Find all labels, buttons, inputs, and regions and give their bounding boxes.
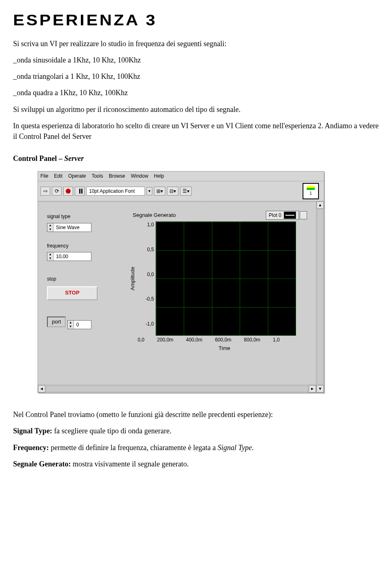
signal-type-control[interactable]: ▲▼ Sine Wave [47, 223, 91, 232]
plot-area[interactable]: Amplitude 1,0 0,5 0,0 -0,5 -1,0 [137, 221, 296, 336]
port-value: 0 [74, 321, 91, 329]
list-item-c: _onda quadra a 1Khz, 10 Khz, 100Khz [13, 87, 379, 98]
x-ticks: 0,0 200,0m 400,0m 600,0m 800,0m 1,0 [138, 337, 280, 343]
vi-icon[interactable]: 1 [303, 183, 319, 199]
horizontal-scrollbar[interactable]: ◄ ► [38, 385, 316, 392]
legend-options-icon[interactable] [300, 211, 307, 219]
menu-tools[interactable]: Tools [91, 173, 103, 180]
menu-file[interactable]: File [40, 173, 48, 180]
port-control[interactable]: ▲▼ 0 [67, 320, 91, 329]
pause-button[interactable] [75, 187, 85, 196]
run-continuous-button[interactable] [52, 187, 62, 196]
plot-canvas [156, 221, 296, 336]
menu-operate[interactable]: Operate [68, 173, 86, 180]
font-dropdown-icon[interactable]: ▼ [147, 187, 152, 195]
menu-help[interactable]: Help [154, 173, 164, 180]
down-arrow-icon[interactable]: ▼ [47, 227, 53, 232]
up-arrow-icon[interactable]: ▲ [47, 223, 53, 227]
scroll-left-icon[interactable]: ◄ [38, 385, 45, 392]
port-label: port [47, 317, 66, 328]
menu-edit[interactable]: Edit [54, 173, 62, 180]
frequency-value: 10,00 [53, 252, 91, 261]
abort-button[interactable] [63, 187, 73, 196]
up-arrow-icon[interactable]: ▲ [47, 252, 53, 256]
frequency-control[interactable]: ▲▼ 10,00 [47, 252, 91, 261]
scroll-down-icon[interactable]: ▼ [316, 385, 324, 392]
down-arrow-icon[interactable]: ▼ [47, 256, 53, 261]
legend-line-icon [284, 212, 296, 219]
y-axis-label: Amplitude [129, 267, 137, 290]
y-ticks: 1,0 0,5 0,0 -0,5 -1,0 [137, 221, 156, 328]
frequency-desc: Frequency: permette di definire la frequ… [13, 442, 379, 453]
scroll-up-icon[interactable]: ▲ [316, 201, 324, 209]
stop-button[interactable]: STOP [47, 286, 98, 300]
stop-label: stop [47, 276, 116, 283]
menubar: File Edit Operate Tools Browse Window He… [38, 172, 324, 181]
plot-title: Segnale Generato [133, 212, 176, 219]
signal-type-desc: Signal Type: fa scegliere quale tipo di … [13, 426, 379, 436]
run-button[interactable] [40, 187, 50, 196]
font-selector[interactable]: 10pt Application Font [86, 187, 145, 196]
distribute-button[interactable]: ⊟▾ [167, 187, 178, 196]
list-item-b: _onda triangolari a 1 Khz, 10 Khz, 100Kh… [13, 71, 379, 82]
vertical-scrollbar[interactable]: ▲ ▼ [316, 201, 324, 392]
plot-legend[interactable]: Plot 0 [266, 211, 299, 220]
cp-description: Nel Control Panel troviamo (ometto le fu… [13, 409, 379, 420]
frequency-label: frequency [47, 243, 116, 250]
intro-text: Si scriva un VI per realizzare lo studio… [13, 38, 379, 49]
menu-window[interactable]: Window [131, 173, 148, 180]
lab-text: In questa esperienza di laboratorio ho s… [13, 120, 379, 142]
align-button[interactable]: ⊞▾ [154, 187, 165, 196]
x-axis-label: Time [138, 345, 311, 352]
reorder-button[interactable]: ☰▾ [180, 187, 192, 196]
up-arrow-icon[interactable]: ▲ [68, 321, 74, 325]
algo-text: Si sviluppi un algoritmo per il riconosc… [13, 104, 379, 115]
signal-type-label: signal type [47, 213, 116, 220]
scroll-right-icon[interactable]: ► [309, 385, 316, 392]
page-title: Esperienza 3 [13, 10, 392, 31]
list-item-a: _onda sinusoidale a 1Khz, 10 Khz, 100Khz [13, 55, 379, 65]
section-heading: Control Panel – Server [13, 153, 379, 164]
segnale-generato-desc: Segnale Generato: mostra visivamente il … [13, 459, 379, 469]
down-arrow-icon[interactable]: ▼ [68, 325, 74, 329]
labview-panel: File Edit Operate Tools Browse Window He… [38, 171, 324, 393]
toolbar: 10pt Application Font ▼ ⊞▾ ⊟▾ ☰▾ 1 [38, 181, 324, 201]
menu-browse[interactable]: Browse [109, 173, 125, 180]
signal-type-value: Sine Wave [53, 223, 91, 232]
